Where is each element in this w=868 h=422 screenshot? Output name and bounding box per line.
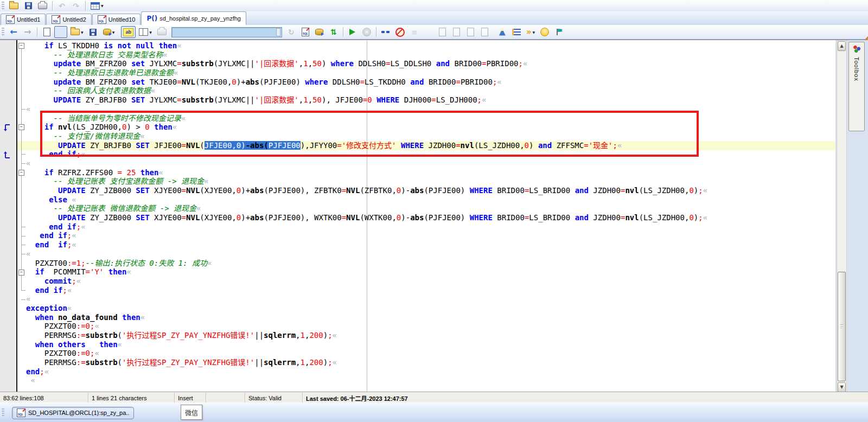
beaker-icon	[499, 29, 506, 36]
code-editor[interactable]: −−−− if LS_TKDDH0 is not null then«-- 处理…	[0, 40, 835, 392]
tab-Untitled1[interactable]: Untitled1	[1, 14, 46, 25]
describe-button[interactable]	[54, 26, 67, 38]
fold-tick	[21, 109, 25, 110]
code-line[interactable]: -- 回滚病人支付表退款数据«	[26, 86, 707, 95]
code-line[interactable]: if RZFRZ.ZFFS00 = 25 then«	[26, 168, 707, 177]
code-line[interactable]: «	[26, 376, 707, 385]
main-toolbar: ↶↷▼	[0, 0, 868, 12]
open-folder-icon	[71, 29, 80, 35]
new-report-window-button[interactable]: ▼	[88, 0, 106, 12]
tab-label: Untitled1	[17, 16, 40, 23]
back-button[interactable]: ←	[7, 26, 20, 38]
profiler-button[interactable]	[510, 26, 523, 38]
code-line[interactable]: commit;«	[26, 277, 707, 286]
toolbar-grip	[1, 2, 4, 10]
toolbar-separator	[37, 27, 37, 37]
fold-collapse-box[interactable]: −	[18, 270, 24, 276]
code-line[interactable]: PZXZT00:=0;«	[26, 322, 707, 331]
test-window-button[interactable]	[496, 26, 509, 38]
dropdown-arrow-icon[interactable]: ▼	[112, 30, 115, 34]
fold-collapse-box[interactable]: −	[18, 124, 24, 130]
macros-button[interactable]: »▼	[524, 26, 537, 38]
window-split-button[interactable]: ▼	[137, 26, 154, 38]
open-file-button[interactable]	[7, 0, 21, 12]
code-line[interactable]: -- 处理记账表 微信退款金额 -> 退现金«	[26, 204, 707, 213]
toggle-breakpoint-button[interactable]	[379, 26, 392, 38]
code-line[interactable]: update BM_ZFRZ00 set JYLXMC=substrb(JYLX…	[26, 59, 707, 68]
export-db-icon	[315, 29, 323, 35]
window-button[interactable]: SD_HOSPITAL@ORCL(1):sp_zy_pa..	[12, 407, 134, 419]
ime-indicator[interactable]: 微信	[181, 405, 202, 420]
fold-collapse-box[interactable]: −	[18, 170, 24, 176]
todo-item-button[interactable]	[552, 26, 565, 38]
fold-collapse-box[interactable]: −	[18, 43, 24, 49]
break-button: ×	[360, 26, 373, 38]
code-line[interactable]: «	[26, 250, 707, 259]
vertical-scrollbar[interactable]: ▲ ▼	[837, 40, 847, 393]
code-line[interactable]: end;«	[26, 367, 707, 376]
jump-up-marker	[3, 150, 11, 161]
highlight-edits-toggle[interactable]: ab	[121, 26, 136, 38]
editor-gutter[interactable]	[0, 40, 17, 392]
code-line[interactable]: if PCOMMIT='Y' then«	[26, 267, 707, 277]
print-button[interactable]	[36, 0, 49, 12]
scroll-down-button[interactable]: ▼	[838, 382, 846, 392]
code-line[interactable]: when others then«	[26, 340, 707, 349]
code-line[interactable]: exception«	[26, 304, 707, 313]
code-line[interactable]: UPDATE ZY_JZB000 SET XJYE00=NVL(XJYE00,0…	[26, 213, 707, 222]
code-line[interactable]: -- 处理退款日志退款单已退款金额«	[26, 68, 707, 78]
code-line[interactable]: «	[26, 295, 707, 304]
tab-Untitled10[interactable]: Untitled10	[92, 14, 141, 25]
stop-icon: ×	[362, 28, 371, 36]
disable-debugger-button[interactable]	[393, 26, 407, 38]
scrollbar-thumb[interactable]	[838, 272, 846, 381]
dropdown-arrow-icon[interactable]: ▼	[149, 30, 152, 34]
tab-label: sd_hospital.sp_zy_pay_ynzfhg	[159, 15, 241, 22]
window-button-label: SD_HOSPITAL@ORCL(1):sp_zy_pa..	[28, 410, 129, 416]
code-line[interactable]: UPDATE ZY_BRJFB0 SET JYLXMC=substrb(JYLX…	[26, 95, 707, 105]
new-document-button[interactable]	[40, 26, 53, 38]
hint-button[interactable]	[538, 26, 551, 38]
code-line[interactable]: -- 处理记账表 支付宝退款金额 -> 退现金«	[26, 177, 707, 186]
code-line[interactable]: end if;«	[26, 240, 707, 250]
scroll-up-button[interactable]: ▲	[838, 41, 846, 51]
view-sql-button[interactable]	[299, 26, 312, 38]
undo-button: ↶	[55, 0, 68, 12]
code-line[interactable]: PZXZT00:=1;--输出:执行状态 0:失败 1: 成功«	[26, 259, 707, 268]
tab-Untitled2[interactable]: Untitled2	[46, 14, 91, 25]
execute-button[interactable]	[346, 26, 359, 38]
quick-search-combo[interactable]	[171, 27, 282, 37]
dropdown-arrow-icon[interactable]: ▼	[101, 4, 104, 8]
edit-page-button	[478, 26, 492, 38]
code-line[interactable]: «	[26, 159, 707, 168]
dropdown-arrow-icon[interactable]: ▼	[533, 30, 535, 34]
export-table-button[interactable]	[313, 26, 326, 38]
code-line[interactable]: end if;«	[26, 286, 707, 295]
toolbar-separator	[52, 1, 53, 11]
previous-page-button	[464, 26, 477, 38]
code-line[interactable]: PERRMSG:=substrb('执行过程SP_ZY_PAY_YNZFHG错误…	[26, 358, 707, 367]
code-line[interactable]: else «	[26, 195, 707, 204]
open-document-button[interactable]: ▼	[68, 26, 86, 38]
fold-tick	[21, 163, 25, 164]
save-document-button[interactable]	[87, 26, 100, 38]
sql-window-icon	[52, 15, 60, 24]
code-line[interactable]: when no_data_found then«	[26, 313, 707, 322]
tab-sd_hospital.sp_zy_pay_ynzfhg[interactable]: P()sd_hospital.sp_zy_pay_ynzfhg	[141, 11, 246, 25]
fold-tick	[21, 254, 25, 254]
synchronize-button[interactable]: ⇅	[327, 26, 340, 38]
play-icon	[349, 29, 355, 35]
code-line[interactable]: if LS_TKDDH0 is not null then«	[26, 41, 707, 50]
code-pane[interactable]: if LS_TKDDH0 is not null then«-- 处理退款日志 …	[26, 41, 707, 385]
code-line[interactable]: update BM_ZFRZ00 set TKJE00=NVL(TKJE00,0…	[26, 78, 707, 87]
save-button[interactable]	[22, 0, 35, 12]
export-button[interactable]: ▼	[101, 26, 117, 38]
toolbox-panel[interactable]: Toolbox	[848, 42, 865, 131]
code-line[interactable]: -- 处理退款日志 交易类型名称«	[26, 50, 707, 60]
dropdown-arrow-icon[interactable]: ▼	[81, 30, 84, 34]
code-line[interactable]: PERRMSG:=substrb('执行过程SP_ZY_PAY_YNZFHG错误…	[26, 331, 707, 340]
code-line[interactable]: end if;«	[26, 231, 707, 240]
code-line[interactable]: end if;«	[26, 222, 707, 232]
code-line[interactable]: UPDATE ZY_JZB000 SET XJYE00=NVL(XJYE00,0…	[26, 186, 707, 195]
code-line[interactable]: PZXZT00:=0;«	[26, 349, 707, 358]
